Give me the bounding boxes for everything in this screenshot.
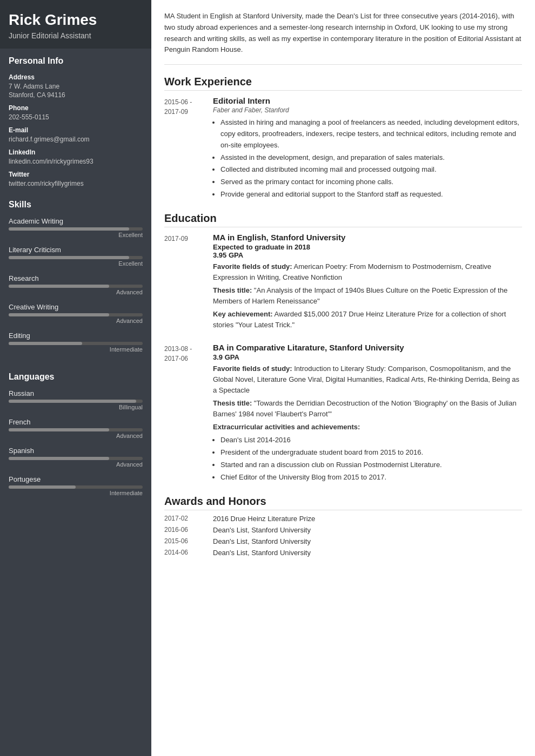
skill-bar-bg bbox=[9, 342, 143, 345]
edu-title: BA in Comparative Litarature, Stanford U… bbox=[213, 343, 522, 352]
skill-bar-fill bbox=[9, 342, 82, 345]
language-name: Russian bbox=[9, 389, 143, 397]
language-name: French bbox=[9, 418, 143, 426]
personal-info-section: Personal Info Address 7 W. Adams Lane St… bbox=[0, 49, 151, 193]
skill-item: Academic Writing Excellent bbox=[9, 217, 143, 238]
award-text: Dean's List, Stanford University bbox=[213, 537, 311, 545]
language-name: Spanish bbox=[9, 447, 143, 455]
skill-name: Editing bbox=[9, 332, 143, 340]
email-value: richard.f.grimes@gmail.com bbox=[9, 135, 143, 144]
award-date: 2014-06 bbox=[164, 549, 213, 557]
language-item: Spanish Advanced bbox=[9, 447, 143, 468]
skill-item: Literary Criticism Excellent bbox=[9, 246, 143, 267]
bullet-item: Assisted in the development, design, and… bbox=[220, 152, 522, 164]
entry-date: 2017-09 bbox=[164, 233, 213, 333]
personal-info-title: Personal Info bbox=[9, 56, 143, 68]
extracurricular-item: Started and ran a discussion club on Rus… bbox=[220, 460, 522, 471]
edu-fields: Favorite fields of study: American Poetr… bbox=[213, 261, 522, 283]
sidebar: Rick Grimes Junior Editorial Assistant P… bbox=[0, 0, 151, 756]
entry-content: Editorial Intern Faber and Faber, Stanfo… bbox=[213, 96, 522, 201]
award-row: 2017-02 2016 Drue Heinz Literature Prize bbox=[164, 515, 522, 523]
skill-level: Excellent bbox=[9, 260, 143, 267]
skill-bar-bg bbox=[9, 256, 143, 259]
language-bar-fill bbox=[9, 485, 76, 489]
language-bar-bg bbox=[9, 428, 143, 431]
skill-name: Academic Writing bbox=[9, 217, 143, 225]
edu-extracurricular-label: Extracurricular activities and achieveme… bbox=[213, 422, 522, 433]
edu-title: MA in English, Stanford University bbox=[213, 233, 522, 242]
education-entry: 2013-08 -2017-06 BA in Comparative Litar… bbox=[164, 343, 522, 484]
bullet-item: Collected and distributed incoming mail … bbox=[220, 164, 522, 176]
edu-thesis: Thesis title: "Towards the Derridian Dec… bbox=[213, 398, 522, 420]
twitter-value: twitter.com/rickyfillygrimes bbox=[9, 179, 143, 188]
work-experience-title: Work Experience bbox=[164, 76, 522, 91]
language-item: Portugese Intermediate bbox=[9, 475, 143, 496]
job-bullets: Assisted in hiring and managing a pool o… bbox=[220, 117, 522, 200]
twitter-label: Twitter bbox=[9, 171, 143, 178]
edu-achievement: Key achievement: Awarded $15,000 2017 Dr… bbox=[213, 309, 522, 330]
entry-date: 2013-08 -2017-06 bbox=[164, 343, 213, 484]
skill-level: Advanced bbox=[9, 289, 143, 295]
skill-name: Literary Criticism bbox=[9, 246, 143, 254]
bullet-item: Assisted in hiring and managing a pool o… bbox=[220, 117, 522, 151]
language-level: Intermediate bbox=[9, 490, 143, 496]
language-bar-fill bbox=[9, 400, 136, 403]
skill-level: Excellent bbox=[9, 232, 143, 238]
skills-section: Skills Academic Writing Excellent Litera… bbox=[0, 192, 151, 364]
language-bar-fill bbox=[9, 428, 109, 431]
education-section: Education 2017-09 MA in English, Stanfor… bbox=[164, 212, 522, 484]
language-level: Billingual bbox=[9, 404, 143, 410]
work-entry: 2015-06 -2017-09 Editorial Intern Faber … bbox=[164, 96, 522, 201]
sidebar-header: Rick Grimes Junior Editorial Assistant bbox=[0, 0, 151, 49]
skill-level: Advanced bbox=[9, 318, 143, 324]
edu-fields: Favorite fields of study: Introduction t… bbox=[213, 363, 522, 396]
language-level: Advanced bbox=[9, 433, 143, 439]
language-bar-bg bbox=[9, 400, 143, 403]
language-bar-fill bbox=[9, 457, 109, 460]
language-item: Russian Billingual bbox=[9, 389, 143, 410]
award-row: 2014-06 Dean's List, Stanford University bbox=[164, 549, 522, 557]
entry-date: 2015-06 -2017-09 bbox=[164, 96, 213, 201]
email-label: E-mail bbox=[9, 126, 143, 134]
address-line1: 7 W. Adams Lane bbox=[9, 82, 143, 91]
award-text: 2016 Drue Heinz Literature Prize bbox=[213, 515, 315, 523]
entry-content: MA in English, Stanford University Expec… bbox=[213, 233, 522, 333]
bullet-item: Served as the primary contact for incomi… bbox=[220, 177, 522, 188]
edu-gpa: 3.9 GPA bbox=[213, 353, 522, 361]
edu-expected: Expected to graduate in 2018 bbox=[213, 243, 522, 251]
phone-value: 202-555-0115 bbox=[9, 113, 143, 122]
skill-bar-fill bbox=[9, 285, 109, 288]
extracurricular-item: Dean's List 2014-2016 bbox=[220, 435, 522, 446]
skill-item: Research Advanced bbox=[9, 274, 143, 295]
language-item: French Advanced bbox=[9, 418, 143, 439]
skill-bar-bg bbox=[9, 227, 143, 231]
job-title: Editorial Intern bbox=[213, 96, 522, 105]
candidate-name: Rick Grimes bbox=[9, 11, 143, 29]
extracurricular-item: President of the undergraduate student b… bbox=[220, 447, 522, 458]
awards-title: Awards and Honors bbox=[164, 495, 522, 510]
candidate-title: Junior Editorial Assistant bbox=[9, 31, 143, 40]
award-row: 2015-06 Dean's List, Stanford University bbox=[164, 537, 522, 545]
language-bar-bg bbox=[9, 457, 143, 460]
language-level: Advanced bbox=[9, 461, 143, 468]
skill-level: Intermediate bbox=[9, 346, 143, 353]
skills-title: Skills bbox=[9, 200, 143, 212]
award-row: 2016-06 Dean's List, Stanford University bbox=[164, 526, 522, 534]
edu-thesis: Thesis title: "An Analysis of the Impact… bbox=[213, 285, 522, 307]
summary-text: MA Student in English at Stanford Univer… bbox=[164, 11, 522, 65]
address-label: Address bbox=[9, 73, 143, 81]
extracurricular-item: Chief Editor of the University Blog from… bbox=[220, 472, 522, 483]
skill-bar-bg bbox=[9, 285, 143, 288]
skill-name: Research bbox=[9, 274, 143, 282]
bullet-item: Provide general and editorial support to… bbox=[220, 189, 522, 200]
extracurricular-bullets: Dean's List 2014-2016President of the un… bbox=[220, 435, 522, 483]
language-bar-bg bbox=[9, 485, 143, 489]
award-date: 2016-06 bbox=[164, 526, 213, 534]
education-title: Education bbox=[164, 212, 522, 227]
job-company: Faber and Faber, Stanford bbox=[213, 106, 522, 114]
skill-item: Editing Intermediate bbox=[9, 332, 143, 353]
skill-bar-fill bbox=[9, 256, 129, 259]
award-date: 2017-02 bbox=[164, 515, 213, 523]
language-name: Portugese bbox=[9, 475, 143, 483]
languages-title: Languages bbox=[9, 372, 143, 384]
